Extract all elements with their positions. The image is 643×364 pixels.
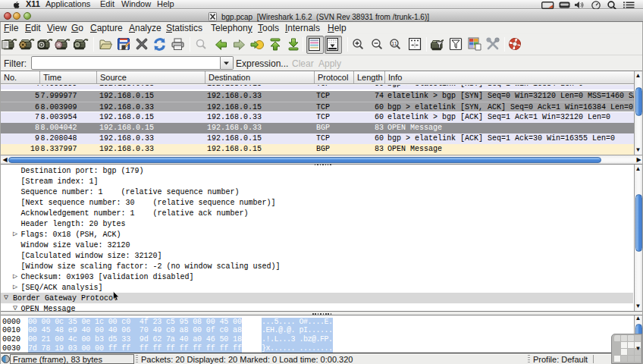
svg-text:11: 11 bbox=[391, 41, 397, 46]
